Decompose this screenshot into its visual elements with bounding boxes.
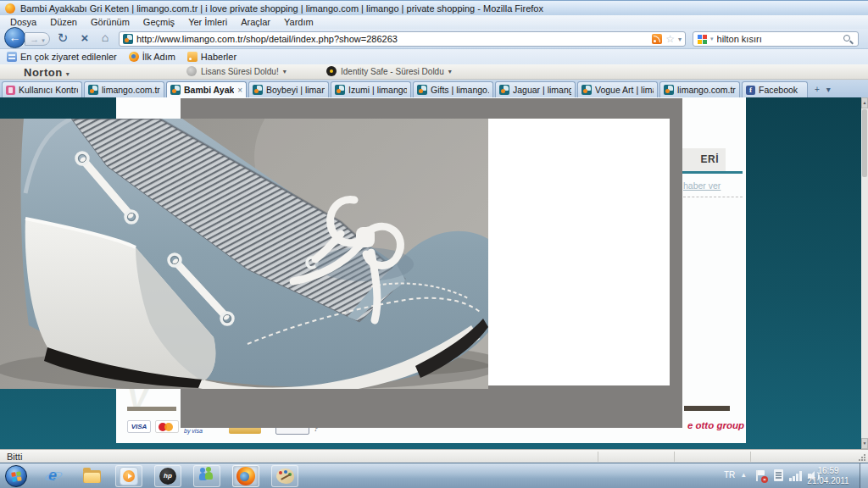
list-all-tabs-icon[interactable]: ▾ xyxy=(826,85,831,94)
limango-favicon xyxy=(581,85,592,95)
firefox-bookmark-icon xyxy=(129,52,139,62)
limango-favicon xyxy=(664,85,674,95)
tab-limango-1[interactable]: limango.com.tr |... xyxy=(84,81,164,97)
search-magnifier-icon[interactable] xyxy=(843,34,854,45)
taskbar-explorer-button[interactable] xyxy=(78,465,105,487)
norton-brand-label: Norton xyxy=(24,66,63,79)
forward-dropdown-icon[interactable]: ▾ xyxy=(42,37,45,43)
dashed-divider xyxy=(683,197,743,197)
tab-izumi[interactable]: Izumi | limango.... xyxy=(331,81,411,97)
window-titlebar[interactable]: Bambi Ayakkabı Gri Keten | limango.com.t… xyxy=(0,0,868,15)
tab-facebook[interactable]: f Facebook xyxy=(742,81,808,97)
tab-bambi-active[interactable]: Bambi Ayak... × xyxy=(166,81,247,97)
bookmark-star-icon[interactable]: ☆ xyxy=(665,34,675,44)
tab-gifts[interactable]: Gifts | limango.c... xyxy=(413,81,493,97)
taskbar-messenger-button[interactable] xyxy=(193,465,220,487)
taskbar-hp-button[interactable]: hp xyxy=(154,465,181,487)
tab-close-icon[interactable]: × xyxy=(237,86,242,95)
menu-gecmis[interactable]: Geçmiş xyxy=(136,16,181,28)
back-button[interactable]: ← xyxy=(4,27,25,48)
search-engine-dropdown-icon[interactable]: ▾ xyxy=(710,36,714,42)
google-engine-icon[interactable] xyxy=(698,35,707,44)
menu-yardim[interactable]: Yardım xyxy=(277,16,320,28)
taskbar-media-player-button[interactable] xyxy=(115,465,142,487)
menu-duzen[interactable]: Düzen xyxy=(43,16,84,28)
taskbar-paint-button[interactable] xyxy=(271,465,298,487)
address-bar[interactable]: http://www.limango.com.tr/shop/detail/in… xyxy=(119,31,686,47)
norton-menu[interactable]: Norton ▾ xyxy=(24,66,70,79)
taskbar-clock[interactable]: 16:59 21.04.2011 xyxy=(802,466,854,486)
control-panel-favicon xyxy=(6,86,15,95)
tray-document-icon[interactable] xyxy=(774,469,783,481)
tab-boybeyi[interactable]: Boybeyi | limang... xyxy=(248,81,329,97)
norton-dropdown-icon: ▾ xyxy=(66,70,70,78)
notify-availability-link[interactable]: haber ver xyxy=(683,180,721,191)
hidden-icons-caret[interactable]: ▴ xyxy=(742,470,746,479)
news-folder-icon xyxy=(187,52,198,62)
desktop-screen: Bambi Ayakkabı Gri Keten | limango.com.t… xyxy=(0,0,868,488)
tab-label: Gifts | limango.c... xyxy=(431,85,489,95)
scroll-up-icon[interactable]: ▲ xyxy=(861,97,868,108)
norton-license-status[interactable]: Lisans Süresi Doldu! ▾ xyxy=(186,66,287,76)
product-photo-shoe[interactable] xyxy=(0,119,488,389)
new-tab-button[interactable]: + xyxy=(815,85,820,94)
network-signal-icon[interactable] xyxy=(789,471,803,481)
resize-grip[interactable] xyxy=(858,453,866,462)
start-button[interactable] xyxy=(5,465,27,487)
mastercard-logo xyxy=(155,420,179,433)
scrollbar-thumb[interactable] xyxy=(862,109,867,177)
tab-label: Jaguar | limango.... xyxy=(513,85,571,95)
taskbar-firefox-button[interactable] xyxy=(232,465,259,487)
search-box[interactable]: ▾ hilton kısırı xyxy=(693,31,859,47)
messenger-buddies-icon xyxy=(198,468,216,485)
forward-button[interactable]: → ▾ xyxy=(25,32,50,46)
status-text: Bitti xyxy=(7,452,22,462)
limango-favicon xyxy=(88,85,98,95)
footer-divider-left xyxy=(127,407,176,411)
address-dropdown-icon[interactable]: ▾ xyxy=(678,36,682,43)
show-desktop-button[interactable] xyxy=(860,463,868,488)
firefox-app-icon xyxy=(5,3,15,14)
rss-feed-icon[interactable] xyxy=(652,34,662,44)
tab-label: Kullanıcı Kontrol ... xyxy=(19,85,78,95)
norton-identity-safe[interactable]: Identity Safe - Süresi Doldu ▾ xyxy=(326,66,452,76)
menu-gorunum[interactable]: Görünüm xyxy=(84,16,136,28)
menu-araclar[interactable]: Araçlar xyxy=(234,16,277,28)
status-separator xyxy=(674,452,675,462)
search-input[interactable]: hilton kısırı xyxy=(717,34,839,44)
menu-bar: Dosya Düzen Görünüm Geçmiş Yer İmleri Ar… xyxy=(0,15,868,29)
scroll-down-icon[interactable]: ▼ xyxy=(861,438,868,449)
menu-dosya[interactable]: Dosya xyxy=(3,16,43,28)
license-status-label: Lisans Süresi Doldu! xyxy=(201,67,279,76)
stop-button[interactable]: × xyxy=(76,30,93,45)
bookmark-haberler[interactable]: Haberler xyxy=(187,52,236,62)
bookmark-most-visited[interactable]: En çok ziyaret edilenler xyxy=(7,52,117,62)
limango-favicon xyxy=(335,85,345,95)
page-scrollbar[interactable]: ▲ ▼ xyxy=(861,97,868,449)
language-indicator[interactable]: TR xyxy=(724,470,735,480)
action-center-flag-icon[interactable]: × xyxy=(755,469,766,482)
identity-safe-label: Identity Safe - Süresi Doldu xyxy=(341,67,444,76)
folder-icon xyxy=(83,470,101,483)
paint-palette-icon xyxy=(276,469,294,484)
tab-limango-2[interactable]: limango.com.tr |... xyxy=(659,81,740,97)
tab-label: Izumi | limango.... xyxy=(348,85,407,95)
license-status-icon xyxy=(186,66,197,76)
bookmark-ilk-adim[interactable]: İlk Adım xyxy=(129,52,175,62)
tab-vogue-art[interactable]: Vogue Art | lima... xyxy=(577,81,658,97)
reload-button[interactable]: ↻ xyxy=(54,30,71,46)
tab-jaguar[interactable]: Jaguar | limango.... xyxy=(495,81,576,97)
menu-yer-imleri[interactable]: Yer İmleri xyxy=(181,16,234,28)
home-button[interactable]: ⌂ xyxy=(97,30,114,44)
taskbar-ie-button[interactable]: e xyxy=(41,465,68,487)
tab-kullanici-kontrol[interactable]: Kullanıcı Kontrol ... xyxy=(2,81,82,97)
tab-label: limango.com.tr |... xyxy=(677,85,736,95)
window-title: Bambi Ayakkabı Gri Keten | limango.com.t… xyxy=(20,3,543,14)
url-input[interactable]: http://www.limango.com.tr/shop/detail/in… xyxy=(136,34,648,44)
limango-favicon xyxy=(170,85,181,95)
clock-date: 21.04.2011 xyxy=(802,476,854,486)
norton-toolbar: Norton ▾ Lisans Süresi Doldu! ▾ Identity… xyxy=(0,64,868,80)
license-dropdown-icon: ▾ xyxy=(283,68,287,75)
tab-bar: Kullanıcı Kontrol ... limango.com.tr |..… xyxy=(0,80,868,97)
status-bar: Bitti xyxy=(0,449,868,463)
